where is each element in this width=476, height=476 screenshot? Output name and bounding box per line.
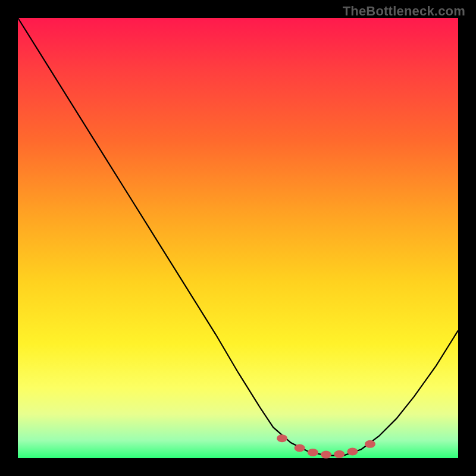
marker-dot [277,434,287,442]
chart-frame: TheBottleneck.com [0,0,476,476]
marker-dot [347,447,358,455]
marker-dot [334,450,345,458]
chart-svg [18,18,458,458]
marker-dot [295,444,305,452]
marker-group [277,434,375,458]
marker-dot [365,440,375,448]
bottleneck-curve-line [18,18,458,456]
plot-area [18,18,458,458]
watermark-text: TheBottleneck.com [343,4,465,19]
marker-dot [321,451,331,459]
marker-dot [308,449,318,456]
